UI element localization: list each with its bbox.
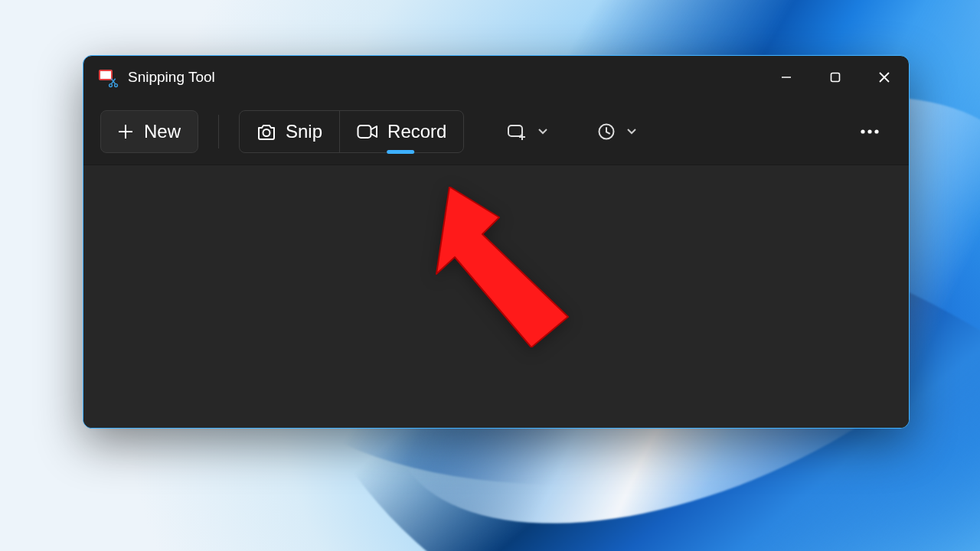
svg-point-1	[115, 84, 118, 87]
ellipsis-icon	[860, 129, 880, 135]
snipping-tool-window: Snipping Tool New Snip	[83, 55, 910, 429]
clock-icon	[597, 122, 616, 141]
active-mode-indicator	[387, 150, 414, 154]
svg-point-4	[263, 129, 270, 136]
snip-mode-label: Snip	[286, 121, 322, 142]
svg-point-10	[874, 129, 878, 133]
plus-icon	[118, 124, 133, 139]
maximize-icon	[829, 71, 841, 83]
mode-toggle-group: Snip Record	[239, 110, 464, 153]
svg-rect-6	[508, 126, 522, 136]
snip-mode-button[interactable]: Snip	[240, 111, 339, 152]
window-controls	[762, 56, 909, 99]
chevron-down-icon	[537, 128, 548, 135]
delay-dropdown[interactable]	[583, 110, 651, 153]
toolbar: New Snip Record	[83, 99, 909, 165]
close-icon	[878, 71, 890, 83]
new-button[interactable]: New	[100, 110, 198, 153]
minimize-icon	[780, 71, 792, 83]
close-button[interactable]	[860, 56, 909, 99]
svg-point-0	[109, 84, 113, 87]
toolbar-divider	[218, 115, 219, 148]
svg-point-8	[861, 129, 864, 133]
more-options-button[interactable]	[848, 110, 892, 153]
rectangle-plus-icon	[507, 123, 527, 140]
app-icon	[99, 68, 117, 86]
svg-point-9	[867, 129, 871, 133]
record-mode-button[interactable]: Record	[339, 111, 463, 152]
new-button-label: New	[144, 121, 181, 142]
chevron-down-icon	[626, 128, 637, 135]
content-area	[83, 165, 909, 428]
svg-rect-5	[358, 126, 371, 138]
window-title: Snipping Tool	[128, 69, 215, 86]
titlebar[interactable]: Snipping Tool	[83, 56, 909, 99]
video-icon	[357, 123, 378, 140]
camera-icon	[256, 122, 276, 141]
minimize-button[interactable]	[762, 56, 811, 99]
snip-shape-dropdown[interactable]	[493, 110, 562, 153]
record-mode-label: Record	[387, 121, 446, 142]
svg-rect-3	[831, 73, 840, 82]
maximize-button[interactable]	[811, 56, 860, 99]
